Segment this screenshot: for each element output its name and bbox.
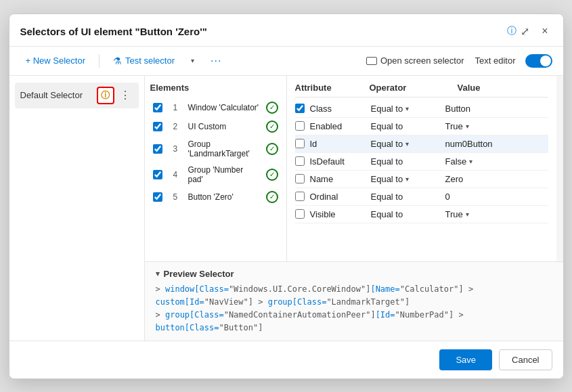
element-row[interactable]: 2 UI Custom ✓ xyxy=(150,117,281,136)
open-screen-selector-button[interactable]: Open screen selector xyxy=(361,53,470,68)
open-screen-label: Open screen selector xyxy=(380,56,464,66)
scrollbar[interactable] xyxy=(556,76,563,261)
dialog-footer: Save Cancel xyxy=(9,341,563,378)
value-text: num0Button xyxy=(445,139,493,149)
attr-operator[interactable]: Equal to xyxy=(371,156,445,167)
attr-checkbox[interactable] xyxy=(295,156,305,166)
element-checkbox[interactable] xyxy=(153,192,162,202)
operator-label: Equal to xyxy=(371,121,403,131)
value-dropdown-icon: ▾ xyxy=(466,123,469,130)
attrs-header: Attribute Operator Value xyxy=(295,83,548,97)
element-status-check: ✓ xyxy=(266,191,278,203)
attr-name: Name xyxy=(310,174,371,184)
element-checkbox[interactable] xyxy=(153,103,162,112)
test-selector-icon: ⚗ xyxy=(113,56,122,66)
info-icon-highlighted[interactable]: ⓘ xyxy=(97,87,114,104)
test-selector-label: Test selector xyxy=(125,56,175,66)
element-name: UI Custom xyxy=(188,122,261,131)
attr-operator[interactable]: Equal to xyxy=(371,192,445,202)
element-row[interactable]: 1 Window 'Calculator' ✓ xyxy=(150,98,281,117)
attr-value: Button xyxy=(445,104,548,114)
attr-operator[interactable]: Equal to ▾ xyxy=(371,139,445,149)
element-checkbox[interactable] xyxy=(153,144,162,154)
attr-checkbox[interactable] xyxy=(295,174,305,183)
preview-code-line: > group[Class="NamedContainerAutomationP… xyxy=(156,309,552,334)
dialog-title: Selectors of UI element "Button 'Zero'" xyxy=(20,26,502,37)
element-checkbox[interactable] xyxy=(153,122,162,131)
operator-label: Equal to xyxy=(371,174,403,184)
operator-label: Equal to xyxy=(371,156,403,167)
value-text: Zero xyxy=(445,174,464,184)
element-status-check: ✓ xyxy=(266,102,278,114)
value-dropdown-icon: ▾ xyxy=(466,211,469,218)
preview-code: > window[Class="Windows.UI.Core.CoreWind… xyxy=(156,283,552,335)
attr-col-operator-header: Operator xyxy=(370,83,458,93)
test-selector-dropdown-button[interactable]: ▾ xyxy=(185,54,200,67)
elements-title: Elements xyxy=(150,83,281,93)
attr-operator[interactable]: Equal to ▾ xyxy=(371,174,445,184)
element-checkbox[interactable] xyxy=(153,170,162,179)
toolbar-divider-1 xyxy=(99,54,100,68)
attr-row: Name Equal to ▾ Zero xyxy=(295,171,548,188)
dialog-controls: ⤢ × xyxy=(516,24,552,39)
attr-row: Class Equal to ▾ Button xyxy=(295,100,548,118)
attr-operator[interactable]: Equal to xyxy=(371,209,445,219)
attr-row: Enabled Equal to True ▾ xyxy=(295,118,548,135)
value-text: False xyxy=(445,156,467,167)
element-row[interactable]: 3 Group 'LandmarkTarget' ✓ xyxy=(150,136,281,162)
element-number: 5 xyxy=(173,192,183,202)
preview-title-label: Preview Selector xyxy=(164,269,234,279)
element-number: 1 xyxy=(173,103,183,112)
element-name: Button 'Zero' xyxy=(188,192,261,202)
operator-label: Equal to xyxy=(371,104,403,114)
attr-operator[interactable]: Equal to xyxy=(371,121,445,131)
operator-label: Equal to xyxy=(371,192,403,202)
restore-button[interactable]: ⤢ xyxy=(516,24,533,39)
test-selector-button[interactable]: ⚗ Test selector xyxy=(108,53,180,69)
screen-icon xyxy=(366,57,377,65)
new-selector-label: + New Selector xyxy=(26,56,86,66)
new-selector-button[interactable]: + New Selector xyxy=(20,53,91,68)
attr-checkbox[interactable] xyxy=(295,209,305,219)
preview-code-line: > window[Class="Windows.UI.Core.CoreWind… xyxy=(156,283,552,309)
left-panel: Default Selector ⓘ ⋮ xyxy=(9,76,145,341)
attr-checkbox[interactable] xyxy=(295,121,305,131)
attr-name: IsDefault xyxy=(310,156,371,167)
attr-name: Ordinal xyxy=(310,192,371,202)
attr-name: Class xyxy=(310,104,371,114)
operator-dropdown-icon: ▾ xyxy=(405,105,409,112)
dialog-title-info-icon[interactable]: ⓘ xyxy=(507,25,516,37)
value-text: Button xyxy=(445,104,471,114)
operator-dropdown-icon: ▾ xyxy=(405,175,409,183)
more-button[interactable]: ··· xyxy=(205,52,227,70)
selector-dots-button[interactable]: ⋮ xyxy=(117,87,133,103)
close-button[interactable]: × xyxy=(537,24,552,39)
attributes-section: Attribute Operator Value Class Equal to … xyxy=(287,76,556,261)
element-name: Window 'Calculator' xyxy=(188,103,261,112)
elements-section: Elements 1 Window 'Calculator' ✓ 2 UI Cu… xyxy=(145,76,563,261)
selector-item-right: ⓘ ⋮ xyxy=(97,87,133,104)
attr-value: False ▾ xyxy=(445,156,548,167)
attr-operator[interactable]: Equal to ▾ xyxy=(371,104,445,114)
attr-checkbox[interactable] xyxy=(295,192,305,201)
element-row[interactable]: 5 Button 'Zero' ✓ xyxy=(150,188,281,206)
element-status-check: ✓ xyxy=(266,143,278,155)
element-name: Group 'LandmarkTarget' xyxy=(188,139,261,158)
dialog: Selectors of UI element "Button 'Zero'" … xyxy=(9,14,564,379)
attr-checkbox[interactable] xyxy=(295,139,305,148)
save-button[interactable]: Save xyxy=(439,349,492,370)
value-text: True xyxy=(445,209,463,219)
attr-value: True ▾ xyxy=(445,209,548,219)
attr-row: Ordinal Equal to 0 xyxy=(295,188,548,206)
operator-label: Equal to xyxy=(371,209,403,219)
attr-checkbox[interactable] xyxy=(295,104,305,113)
element-status-check: ✓ xyxy=(266,169,278,181)
right-panel: Elements 1 Window 'Calculator' ✓ 2 UI Cu… xyxy=(145,76,563,341)
element-row[interactable]: 4 Group 'Number pad' ✓ xyxy=(150,162,281,188)
attr-name: Enabled xyxy=(310,121,371,131)
cancel-button[interactable]: Cancel xyxy=(499,349,552,370)
default-selector-item[interactable]: Default Selector ⓘ ⋮ xyxy=(15,83,139,108)
text-editor-toggle[interactable] xyxy=(525,54,552,68)
preview-title[interactable]: ▾ Preview Selector xyxy=(156,269,552,279)
chevron-down-icon: ▾ xyxy=(191,57,194,64)
